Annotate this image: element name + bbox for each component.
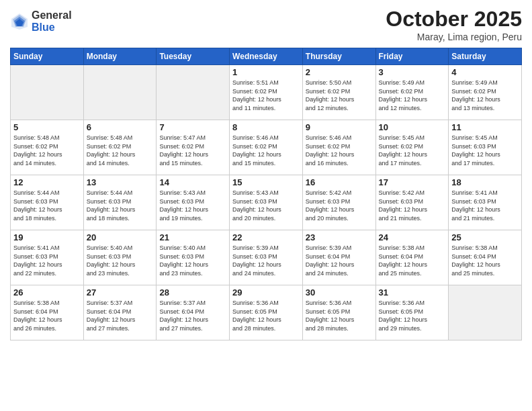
day-number: 31 <box>379 287 446 298</box>
day-cell: 12Sunrise: 5:44 AM Sunset: 6:03 PM Dayli… <box>11 175 84 230</box>
day-cell: 23Sunrise: 5:39 AM Sunset: 6:04 PM Dayli… <box>302 230 375 285</box>
day-number: 24 <box>379 232 446 242</box>
day-cell: 17Sunrise: 5:42 AM Sunset: 6:03 PM Dayli… <box>375 175 449 230</box>
day-number: 27 <box>87 287 154 298</box>
day-number: 26 <box>13 287 81 298</box>
day-cell: 1Sunrise: 5:51 AM Sunset: 6:02 PM Daylig… <box>230 65 303 120</box>
day-number: 2 <box>306 67 373 77</box>
day-info: Sunrise: 5:48 AM Sunset: 6:02 PM Dayligh… <box>13 134 81 167</box>
calendar-header-row: SundayMondayTuesdayWednesdayThursdayFrid… <box>11 48 522 65</box>
day-info: Sunrise: 5:38 AM Sunset: 6:04 PM Dayligh… <box>379 244 446 277</box>
day-cell: 29Sunrise: 5:36 AM Sunset: 6:05 PM Dayli… <box>230 285 303 340</box>
day-info: Sunrise: 5:45 AM Sunset: 6:02 PM Dayligh… <box>379 134 446 167</box>
day-cell: 25Sunrise: 5:38 AM Sunset: 6:04 PM Dayli… <box>449 230 522 285</box>
day-info: Sunrise: 5:41 AM Sunset: 6:03 PM Dayligh… <box>451 189 519 222</box>
day-number: 21 <box>159 232 226 242</box>
day-cell: 9Sunrise: 5:46 AM Sunset: 6:02 PM Daylig… <box>302 120 375 175</box>
day-info: Sunrise: 5:41 AM Sunset: 6:03 PM Dayligh… <box>13 244 81 277</box>
day-info: Sunrise: 5:47 AM Sunset: 6:02 PM Dayligh… <box>159 134 226 167</box>
day-number: 6 <box>87 122 154 132</box>
day-info: Sunrise: 5:39 AM Sunset: 6:03 PM Dayligh… <box>232 244 300 277</box>
page: General Blue October 2025 Maray, Lima re… <box>0 0 532 411</box>
day-info: Sunrise: 5:43 AM Sunset: 6:03 PM Dayligh… <box>232 189 300 222</box>
month-title: October 2025 <box>386 7 522 32</box>
calendar-header-wednesday: Wednesday <box>230 48 303 65</box>
day-cell: 2Sunrise: 5:50 AM Sunset: 6:02 PM Daylig… <box>302 65 375 120</box>
week-row-4: 26Sunrise: 5:38 AM Sunset: 6:04 PM Dayli… <box>11 285 522 340</box>
day-info: Sunrise: 5:49 AM Sunset: 6:02 PM Dayligh… <box>379 79 446 112</box>
day-number: 7 <box>159 122 226 132</box>
day-cell: 6Sunrise: 5:48 AM Sunset: 6:02 PM Daylig… <box>83 120 157 175</box>
day-cell: 19Sunrise: 5:41 AM Sunset: 6:03 PM Dayli… <box>11 230 84 285</box>
day-cell: 16Sunrise: 5:42 AM Sunset: 6:03 PM Dayli… <box>302 175 375 230</box>
day-info: Sunrise: 5:42 AM Sunset: 6:03 PM Dayligh… <box>306 189 373 222</box>
day-number: 3 <box>379 67 446 77</box>
day-number: 14 <box>159 177 226 187</box>
day-cell: 7Sunrise: 5:47 AM Sunset: 6:02 PM Daylig… <box>157 120 230 175</box>
day-info: Sunrise: 5:50 AM Sunset: 6:02 PM Dayligh… <box>306 79 373 112</box>
day-number: 8 <box>232 122 300 132</box>
day-number: 12 <box>13 177 81 187</box>
day-info: Sunrise: 5:36 AM Sunset: 6:05 PM Dayligh… <box>232 299 300 332</box>
day-info: Sunrise: 5:40 AM Sunset: 6:03 PM Dayligh… <box>159 244 226 277</box>
day-info: Sunrise: 5:51 AM Sunset: 6:02 PM Dayligh… <box>232 79 300 112</box>
day-info: Sunrise: 5:36 AM Sunset: 6:05 PM Dayligh… <box>306 299 373 332</box>
day-info: Sunrise: 5:46 AM Sunset: 6:02 PM Dayligh… <box>306 134 373 167</box>
calendar-header-tuesday: Tuesday <box>157 48 230 65</box>
day-cell: 28Sunrise: 5:37 AM Sunset: 6:04 PM Dayli… <box>157 285 230 340</box>
logo: General Blue <box>10 9 72 33</box>
day-info: Sunrise: 5:46 AM Sunset: 6:02 PM Dayligh… <box>232 134 300 167</box>
day-number: 30 <box>306 287 373 298</box>
logo-blue-text: Blue <box>32 21 72 34</box>
day-number: 10 <box>379 122 446 132</box>
day-info: Sunrise: 5:44 AM Sunset: 6:03 PM Dayligh… <box>87 189 154 222</box>
day-cell: 22Sunrise: 5:39 AM Sunset: 6:03 PM Dayli… <box>230 230 303 285</box>
calendar-header-saturday: Saturday <box>449 48 522 65</box>
day-cell: 5Sunrise: 5:48 AM Sunset: 6:02 PM Daylig… <box>11 120 84 175</box>
day-cell: 4Sunrise: 5:49 AM Sunset: 6:02 PM Daylig… <box>449 65 522 120</box>
day-info: Sunrise: 5:38 AM Sunset: 6:04 PM Dayligh… <box>13 299 81 332</box>
day-number: 9 <box>306 122 373 132</box>
calendar-header-sunday: Sunday <box>11 48 84 65</box>
day-info: Sunrise: 5:44 AM Sunset: 6:03 PM Dayligh… <box>13 189 81 222</box>
day-number: 29 <box>232 287 300 298</box>
week-row-1: 5Sunrise: 5:48 AM Sunset: 6:02 PM Daylig… <box>11 120 522 175</box>
day-info: Sunrise: 5:39 AM Sunset: 6:04 PM Dayligh… <box>306 244 373 277</box>
day-number: 19 <box>13 232 81 242</box>
calendar-header-friday: Friday <box>375 48 449 65</box>
day-number: 28 <box>159 287 226 298</box>
day-info: Sunrise: 5:45 AM Sunset: 6:03 PM Dayligh… <box>451 134 519 167</box>
day-cell: 18Sunrise: 5:41 AM Sunset: 6:03 PM Dayli… <box>449 175 522 230</box>
day-info: Sunrise: 5:48 AM Sunset: 6:02 PM Dayligh… <box>87 134 154 167</box>
day-cell <box>83 65 157 120</box>
day-cell: 15Sunrise: 5:43 AM Sunset: 6:03 PM Dayli… <box>230 175 303 230</box>
day-cell: 10Sunrise: 5:45 AM Sunset: 6:02 PM Dayli… <box>375 120 449 175</box>
calendar-header-monday: Monday <box>83 48 157 65</box>
day-number: 5 <box>13 122 81 132</box>
day-number: 11 <box>451 122 519 132</box>
week-row-2: 12Sunrise: 5:44 AM Sunset: 6:03 PM Dayli… <box>11 175 522 230</box>
week-row-3: 19Sunrise: 5:41 AM Sunset: 6:03 PM Dayli… <box>11 230 522 285</box>
day-cell: 26Sunrise: 5:38 AM Sunset: 6:04 PM Dayli… <box>11 285 84 340</box>
day-number: 16 <box>306 177 373 187</box>
day-cell <box>449 285 522 340</box>
week-row-0: 1Sunrise: 5:51 AM Sunset: 6:02 PM Daylig… <box>11 65 522 120</box>
calendar-header-thursday: Thursday <box>302 48 375 65</box>
day-cell: 8Sunrise: 5:46 AM Sunset: 6:02 PM Daylig… <box>230 120 303 175</box>
day-number: 18 <box>451 177 519 187</box>
day-number: 13 <box>87 177 154 187</box>
day-number: 4 <box>451 67 519 77</box>
day-cell: 14Sunrise: 5:43 AM Sunset: 6:03 PM Dayli… <box>157 175 230 230</box>
logo-icon <box>10 12 29 31</box>
day-cell: 24Sunrise: 5:38 AM Sunset: 6:04 PM Dayli… <box>375 230 449 285</box>
day-info: Sunrise: 5:36 AM Sunset: 6:05 PM Dayligh… <box>379 299 446 332</box>
day-cell <box>157 65 230 120</box>
day-number: 25 <box>451 232 519 242</box>
day-info: Sunrise: 5:49 AM Sunset: 6:02 PM Dayligh… <box>451 79 519 112</box>
day-cell: 27Sunrise: 5:37 AM Sunset: 6:04 PM Dayli… <box>83 285 157 340</box>
day-info: Sunrise: 5:40 AM Sunset: 6:03 PM Dayligh… <box>87 244 154 277</box>
day-cell: 21Sunrise: 5:40 AM Sunset: 6:03 PM Dayli… <box>157 230 230 285</box>
logo-general-text: General <box>32 9 72 21</box>
location: Maray, Lima region, Peru <box>386 32 522 42</box>
day-number: 22 <box>232 232 300 242</box>
